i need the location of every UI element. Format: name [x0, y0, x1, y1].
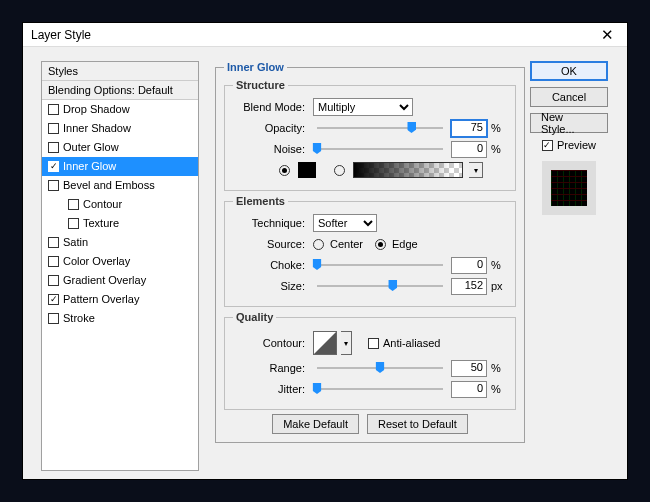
style-item-inner-shadow[interactable]: Inner Shadow	[42, 119, 198, 138]
ok-button[interactable]: OK	[530, 61, 608, 81]
style-checkbox[interactable]	[48, 313, 59, 324]
titlebar: Layer Style ✕	[23, 23, 627, 47]
pct-unit: %	[491, 143, 507, 155]
style-checkbox[interactable]	[48, 123, 59, 134]
range-label: Range:	[233, 362, 309, 374]
dialog-title: Layer Style	[31, 28, 587, 42]
technique-label: Technique:	[233, 217, 309, 229]
structure-group: Structure Blend Mode: Multiply Opacity: …	[224, 79, 516, 191]
source-center-radio[interactable]	[313, 239, 324, 250]
style-item-color-overlay[interactable]: Color Overlay	[42, 252, 198, 271]
layer-style-dialog: Layer Style ✕ Styles Blending Options: D…	[22, 22, 628, 480]
style-checkbox[interactable]	[48, 275, 59, 286]
style-item-gradient-overlay[interactable]: Gradient Overlay	[42, 271, 198, 290]
size-input[interactable]: 152	[451, 278, 487, 295]
jitter-label: Jitter:	[233, 383, 309, 395]
pct-unit: %	[491, 122, 507, 134]
panel-legend: Inner Glow	[224, 61, 287, 73]
style-label: Bevel and Emboss	[63, 179, 155, 191]
choke-slider[interactable]	[317, 258, 443, 272]
style-checkbox[interactable]	[68, 199, 79, 210]
styles-list: Styles Blending Options: Default Drop Sh…	[41, 61, 199, 471]
style-label: Gradient Overlay	[63, 274, 146, 286]
noise-label: Noise:	[233, 143, 309, 155]
jitter-input[interactable]: 0	[451, 381, 487, 398]
style-label: Color Overlay	[63, 255, 130, 267]
style-checkbox[interactable]	[48, 237, 59, 248]
pct-unit: %	[491, 362, 507, 374]
style-label: Drop Shadow	[63, 103, 130, 115]
style-label: Inner Shadow	[63, 122, 131, 134]
style-item-drop-shadow[interactable]: Drop Shadow	[42, 100, 198, 119]
cancel-button[interactable]: Cancel	[530, 87, 608, 107]
style-item-outer-glow[interactable]: Outer Glow	[42, 138, 198, 157]
elements-legend: Elements	[233, 195, 288, 207]
style-checkbox[interactable]	[48, 161, 59, 172]
style-label: Contour	[83, 198, 122, 210]
blend-mode-label: Blend Mode:	[233, 101, 309, 113]
style-label: Texture	[83, 217, 119, 229]
noise-input[interactable]: 0	[451, 141, 487, 158]
pct-unit: %	[491, 383, 507, 395]
style-label: Stroke	[63, 312, 95, 324]
color-swatch[interactable]	[298, 162, 316, 178]
style-checkbox[interactable]	[48, 294, 59, 305]
opacity-slider[interactable]	[317, 121, 443, 135]
preview-swatch	[542, 161, 596, 215]
style-checkbox[interactable]	[68, 218, 79, 229]
quality-group: Quality Contour: ▾ Anti-aliased Range: 5	[224, 311, 516, 410]
preview-label: Preview	[557, 139, 596, 151]
noise-slider[interactable]	[317, 142, 443, 156]
size-slider[interactable]	[317, 279, 443, 293]
style-item-contour[interactable]: Contour	[42, 195, 198, 214]
source-edge-radio[interactable]	[375, 239, 386, 250]
style-checkbox[interactable]	[48, 104, 59, 115]
inner-glow-panel: Inner Glow Structure Blend Mode: Multipl…	[215, 61, 525, 443]
style-checkbox[interactable]	[48, 142, 59, 153]
range-input[interactable]: 50	[451, 360, 487, 377]
source-edge-label: Edge	[392, 238, 418, 250]
style-label: Pattern Overlay	[63, 293, 139, 305]
range-slider[interactable]	[317, 361, 443, 375]
gradient-preview[interactable]	[353, 162, 463, 178]
color-radio[interactable]	[279, 165, 290, 176]
close-icon[interactable]: ✕	[587, 23, 627, 47]
styles-header[interactable]: Styles	[42, 62, 198, 81]
source-label: Source:	[233, 238, 309, 250]
structure-legend: Structure	[233, 79, 288, 91]
gradient-radio[interactable]	[334, 165, 345, 176]
contour-dropdown-icon[interactable]: ▾	[341, 331, 352, 355]
style-item-satin[interactable]: Satin	[42, 233, 198, 252]
anti-aliased-checkbox[interactable]	[368, 338, 379, 349]
style-label: Inner Glow	[63, 160, 116, 172]
contour-swatch[interactable]	[313, 331, 337, 355]
source-center-label: Center	[330, 238, 363, 250]
blend-mode-select[interactable]: Multiply	[313, 98, 413, 116]
gradient-dropdown-icon[interactable]: ▾	[469, 162, 483, 178]
choke-label: Choke:	[233, 259, 309, 271]
style-label: Satin	[63, 236, 88, 248]
opacity-input[interactable]: 75	[451, 120, 487, 137]
px-unit: px	[491, 280, 507, 292]
contour-label: Contour:	[233, 337, 309, 349]
choke-input[interactable]: 0	[451, 257, 487, 274]
style-item-pattern-overlay[interactable]: Pattern Overlay	[42, 290, 198, 309]
style-item-inner-glow[interactable]: Inner Glow	[42, 157, 198, 176]
technique-select[interactable]: Softer	[313, 214, 377, 232]
anti-aliased-label: Anti-aliased	[383, 337, 440, 349]
style-label: Outer Glow	[63, 141, 119, 153]
style-item-bevel-and-emboss[interactable]: Bevel and Emboss	[42, 176, 198, 195]
preview-checkbox[interactable]	[542, 140, 553, 151]
style-checkbox[interactable]	[48, 256, 59, 267]
pct-unit: %	[491, 259, 507, 271]
blending-options[interactable]: Blending Options: Default	[42, 81, 198, 100]
style-item-stroke[interactable]: Stroke	[42, 309, 198, 328]
style-checkbox[interactable]	[48, 180, 59, 191]
size-label: Size:	[233, 280, 309, 292]
make-default-button[interactable]: Make Default	[272, 414, 359, 434]
new-style-button[interactable]: New Style...	[530, 113, 608, 133]
jitter-slider[interactable]	[317, 382, 443, 396]
reset-default-button[interactable]: Reset to Default	[367, 414, 468, 434]
opacity-label: Opacity:	[233, 122, 309, 134]
style-item-texture[interactable]: Texture	[42, 214, 198, 233]
